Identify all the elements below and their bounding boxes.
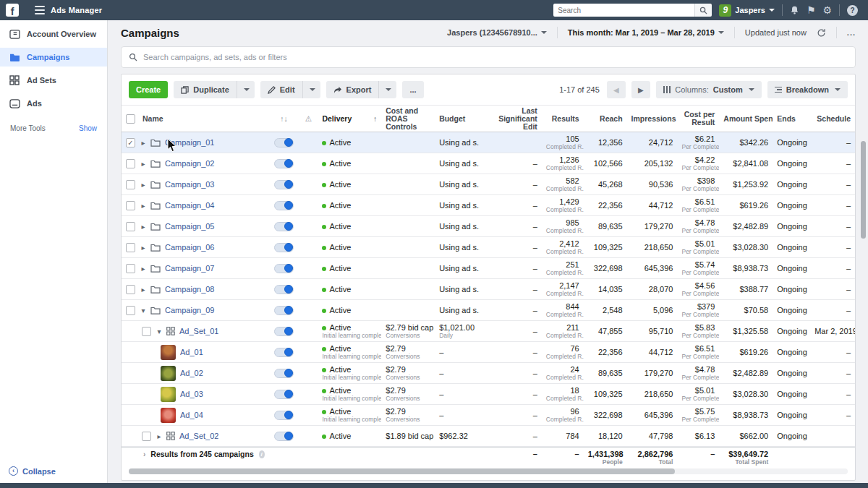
- adset-row[interactable]: ▸Ad_Set_02Active$1.89 bid cap$962.32–784…: [122, 426, 855, 447]
- campaign-row[interactable]: ▸Campaign_07ActiveUsing ad s...–251Compl…: [122, 258, 855, 279]
- status-toggle[interactable]: [274, 369, 294, 378]
- account-selector[interactable]: Jaspers (12345678910...: [447, 28, 547, 37]
- status-toggle[interactable]: [274, 201, 294, 210]
- chevron-right-icon[interactable]: ▸: [139, 181, 148, 189]
- column-header-budget[interactable]: Budget: [435, 114, 480, 123]
- status-toggle[interactable]: [274, 327, 294, 336]
- facebook-logo[interactable]: f: [6, 4, 19, 17]
- sidebar-item-account-overview[interactable]: Account Overview: [0, 25, 107, 43]
- refresh-icon[interactable]: [817, 28, 826, 38]
- campaign-row[interactable]: ▸Campaign_05ActiveUsing ad s...–985Compl…: [122, 216, 855, 237]
- adset-row[interactable]: ▾Ad_Set_01ActiveInitial learning complet…: [122, 321, 855, 342]
- collapse-button[interactable]: ‹ Collapse: [9, 466, 56, 476]
- status-toggle[interactable]: [274, 138, 294, 147]
- row-checkbox[interactable]: [126, 201, 135, 210]
- row-name-link[interactable]: Ad_04: [180, 411, 203, 419]
- row-checkbox[interactable]: [126, 285, 135, 294]
- gear-icon[interactable]: ⚙: [822, 5, 832, 15]
- edit-caret-button[interactable]: [302, 81, 320, 98]
- chevron-down-icon[interactable]: ▾: [155, 328, 163, 335]
- export-caret-button[interactable]: [378, 81, 396, 98]
- campaign-row[interactable]: ▸Campaign_08ActiveUsing ad s...–2,147Com…: [122, 279, 855, 300]
- row-checkbox[interactable]: [126, 159, 135, 168]
- row-name-link[interactable]: Ad_02: [180, 369, 203, 377]
- ad-row[interactable]: Ad_02ActiveInitial learning complete$2.7…: [122, 363, 855, 384]
- info-icon[interactable]: i: [259, 450, 265, 458]
- campaign-row[interactable]: ▸Campaign_03ActiveUsing ad s...–582Compl…: [122, 174, 855, 195]
- campaign-row[interactable]: ✓▸Campaign_01ActiveUsing ad s...105Compl…: [122, 132, 855, 153]
- ad-row[interactable]: Ad_01ActiveInitial learning complete$2.7…: [122, 342, 855, 363]
- row-name-link[interactable]: Ad_01: [180, 348, 203, 356]
- sort-icon[interactable]: ↑↓: [269, 114, 299, 123]
- row-name-link[interactable]: Ad_Set_01: [179, 327, 218, 335]
- toolbar-more-button[interactable]: ...: [402, 81, 423, 98]
- row-checkbox[interactable]: [126, 222, 135, 231]
- column-header-results[interactable]: Results: [542, 114, 584, 123]
- hamburger-icon[interactable]: [35, 6, 45, 14]
- create-button[interactable]: Create: [129, 81, 168, 98]
- column-header-cost-roas[interactable]: Cost and ROAS Controls: [381, 107, 435, 131]
- row-checkbox[interactable]: [126, 180, 135, 189]
- campaign-row[interactable]: ▸Campaign_06ActiveUsing ad s...–2,412Com…: [122, 237, 855, 258]
- duplicate-caret-button[interactable]: [237, 81, 255, 98]
- row-name-link[interactable]: Campaign_01: [165, 138, 215, 147]
- date-range-selector[interactable]: This month: Mar 1, 2019 – Mar 28, 2019: [568, 28, 724, 37]
- column-header-name[interactable]: Name: [142, 114, 163, 123]
- status-toggle[interactable]: [274, 306, 294, 315]
- chevron-right-icon[interactable]: ▸: [139, 139, 148, 147]
- vertical-scrollbar[interactable]: [861, 125, 866, 472]
- column-header-reach[interactable]: Reach: [584, 114, 627, 123]
- row-checkbox[interactable]: [142, 432, 151, 441]
- sidebar-item-ad-sets[interactable]: Ad Sets: [0, 71, 107, 90]
- ad-row[interactable]: Ad_03ActiveInitial learning complete$2.7…: [122, 384, 855, 405]
- status-toggle[interactable]: [274, 180, 294, 189]
- status-toggle[interactable]: [274, 411, 294, 420]
- chevron-right-icon[interactable]: ▸: [139, 223, 148, 231]
- chevron-down-icon[interactable]: ▾: [139, 307, 148, 314]
- chevron-right-icon[interactable]: ▸: [139, 160, 148, 168]
- breakdown-button[interactable]: Breakdown: [767, 81, 848, 98]
- status-toggle[interactable]: [274, 243, 294, 252]
- row-name-link[interactable]: Campaign_07: [165, 264, 215, 273]
- chevron-right-icon[interactable]: ▸: [139, 244, 148, 252]
- status-toggle[interactable]: [274, 348, 294, 357]
- chevron-right-icon[interactable]: ▸: [139, 265, 148, 273]
- status-toggle[interactable]: [274, 390, 294, 399]
- row-checkbox[interactable]: [142, 327, 151, 336]
- campaign-row[interactable]: ▸Campaign_04ActiveUsing ad s...–1,429Com…: [122, 195, 855, 216]
- row-name-link[interactable]: Ad_Set_02: [179, 432, 218, 440]
- campaign-row[interactable]: ▸Campaign_02ActiveUsing ad s...–1,236Com…: [122, 153, 855, 174]
- row-checkbox[interactable]: ✓: [126, 138, 135, 147]
- row-name-link[interactable]: Campaign_02: [165, 159, 215, 168]
- column-header-spent[interactable]: Amount Spent: [719, 114, 773, 123]
- chevron-right-icon[interactable]: ›: [143, 450, 145, 458]
- duplicate-button[interactable]: Duplicate: [174, 81, 237, 98]
- column-header-impressions[interactable]: Impressions: [627, 114, 678, 123]
- sidebar-item-ads[interactable]: Ads: [0, 94, 107, 113]
- row-name-link[interactable]: Ad_03: [180, 390, 203, 398]
- chevron-right-icon[interactable]: ▸: [139, 202, 148, 210]
- columns-button[interactable]: Columns: Custom: [656, 81, 762, 98]
- edit-button[interactable]: Edit: [260, 81, 302, 98]
- row-name-link[interactable]: Campaign_08: [165, 285, 215, 294]
- row-checkbox[interactable]: [126, 264, 135, 273]
- bell-icon[interactable]: [790, 5, 799, 15]
- horizontal-scrollbar-thumb[interactable]: [129, 468, 675, 474]
- row-name-link[interactable]: Campaign_06: [165, 243, 215, 252]
- column-header-schedule[interactable]: Schedule: [810, 114, 855, 123]
- column-header-ends[interactable]: Ends: [773, 114, 810, 123]
- vertical-scrollbar-thumb[interactable]: [861, 141, 866, 239]
- status-toggle[interactable]: [274, 159, 294, 168]
- status-toggle[interactable]: [274, 222, 294, 231]
- ad-row[interactable]: Ad_04ActiveInitial learning complete$2.7…: [122, 405, 855, 426]
- export-button[interactable]: Export: [326, 81, 379, 98]
- column-header-cpr[interactable]: Cost per Result: [677, 111, 719, 127]
- more-options-button[interactable]: ...: [847, 28, 856, 37]
- user-menu[interactable]: 9 Jaspers: [719, 4, 775, 17]
- show-link[interactable]: Show: [79, 124, 97, 132]
- select-all-checkbox[interactable]: [126, 114, 135, 124]
- next-page-button[interactable]: ▶: [631, 81, 650, 98]
- flag-icon[interactable]: ⚑: [807, 5, 816, 15]
- row-checkbox[interactable]: [126, 306, 135, 315]
- status-toggle[interactable]: [274, 432, 294, 441]
